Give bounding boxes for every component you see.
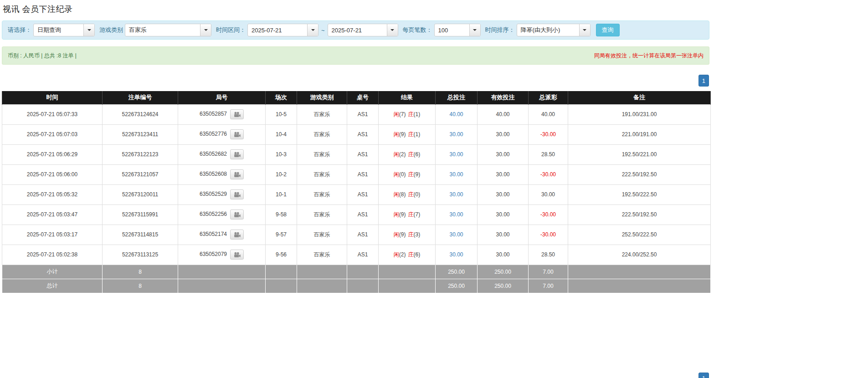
col-total-bet: 总投注	[436, 91, 478, 104]
col-session: 场次	[266, 91, 297, 104]
query-type-select[interactable]: 日期查询	[33, 24, 95, 36]
result-banker-label: 庄	[408, 131, 414, 138]
cell-round: 635052682	[178, 144, 266, 164]
video-replay-button[interactable]	[230, 209, 244, 220]
date-from-input[interactable]	[248, 24, 307, 36]
empty-cell	[178, 265, 266, 279]
cell-total-bet[interactable]: 30.00	[436, 184, 478, 204]
page-title: 视讯 会员下注纪录	[3, 4, 709, 15]
total-payout: 7.00	[529, 279, 568, 293]
cell-total-bet[interactable]: 30.00	[436, 245, 478, 265]
subtotal-valid-bet: 250.00	[478, 265, 529, 279]
cell-table: AS1	[347, 124, 379, 144]
video-replay-button[interactable]	[230, 129, 244, 139]
cell-round: 635052079	[178, 245, 266, 265]
table-row: 2025-07-21 05:05:32 522673120011 6350525…	[2, 184, 711, 204]
game-type-select[interactable]: 百家乐	[125, 24, 211, 36]
date-range-label: 时间区间：	[216, 26, 246, 34]
result-banker-score: (7)	[414, 211, 421, 218]
cell-round: 635052529	[178, 184, 266, 204]
result-player-score: (9)	[399, 211, 406, 218]
cell-total-bet[interactable]: 40.00	[436, 104, 478, 124]
date-to-field[interactable]	[328, 24, 398, 36]
result-banker-label: 庄	[408, 171, 414, 178]
video-replay-button[interactable]	[230, 250, 244, 260]
round-id: 635052529	[200, 191, 227, 197]
chevron-down-icon	[200, 24, 211, 36]
cell-game-type: 百家乐	[297, 245, 347, 265]
empty-cell	[297, 265, 347, 279]
date-to-input[interactable]	[328, 24, 387, 36]
cell-valid-bet: 30.00	[478, 184, 529, 204]
table-totals: 小计 8 250.00 250.00 7.00 总计 8 25	[2, 265, 711, 293]
search-button[interactable]: 查询	[596, 24, 620, 36]
page-size-input[interactable]	[435, 24, 469, 36]
cell-session: 9-57	[266, 225, 297, 245]
empty-cell	[266, 265, 297, 279]
table-row: 2025-07-21 05:06:29 522673122123 6350526…	[2, 144, 711, 164]
cell-table: AS1	[347, 144, 379, 164]
subtotal-count: 8	[103, 265, 178, 279]
col-time: 时间	[2, 91, 103, 104]
round-id: 635052776	[200, 131, 227, 137]
cell-valid-bet: 40.00	[478, 104, 529, 124]
cell-total-bet[interactable]: 30.00	[436, 164, 478, 184]
empty-cell	[266, 279, 297, 293]
cell-total-bet[interactable]: 30.00	[436, 144, 478, 164]
video-replay-button[interactable]	[230, 149, 244, 159]
cell-session: 10-1	[266, 184, 297, 204]
cell-time: 2025-07-21 05:03:17	[2, 225, 103, 245]
game-type-label: 游戏类别	[99, 26, 123, 34]
result-banker-score: (6)	[414, 151, 421, 158]
cell-session: 9-58	[266, 204, 297, 225]
page-button[interactable]: 1	[699, 75, 709, 87]
video-replay-button[interactable]	[230, 169, 244, 179]
cell-payout: -30.00	[529, 164, 568, 184]
cell-valid-bet: 30.00	[478, 204, 529, 225]
pagination-top: 1	[2, 75, 709, 87]
page-button[interactable]: 1	[699, 373, 709, 378]
query-type-label: 请选择：	[8, 26, 31, 34]
cell-note: 192.50/222.50	[568, 184, 711, 204]
summary-bar: 币别 : 人民币 | 总共 :8 注单 | 同局有效投注，统一计算在该局第一张注…	[2, 46, 709, 65]
cell-time: 2025-07-21 05:06:29	[2, 144, 103, 164]
table-row: 2025-07-21 05:07:33 522673124624 6350528…	[2, 104, 711, 124]
round-id: 635052256	[200, 211, 227, 217]
cell-game-type: 百家乐	[297, 204, 347, 225]
video-replay-button[interactable]	[230, 109, 244, 119]
chevron-down-icon	[387, 24, 398, 36]
empty-cell	[178, 279, 266, 293]
round-id: 635052174	[200, 231, 227, 237]
cell-round: 635052174	[178, 225, 266, 245]
cell-valid-bet: 30.00	[478, 245, 529, 265]
empty-cell	[379, 265, 436, 279]
page-size-field[interactable]	[434, 24, 481, 36]
video-replay-button[interactable]	[230, 189, 244, 199]
subtotal-row: 小计 8 250.00 250.00 7.00	[2, 265, 711, 279]
cell-result: 闲(2)庄(6)	[379, 245, 436, 265]
cell-time: 2025-07-21 05:05:32	[2, 184, 103, 204]
video-camera-icon	[234, 192, 241, 198]
result-banker-label: 庄	[408, 111, 414, 117]
cell-table: AS1	[347, 104, 379, 124]
total-total-bet: 250.00	[436, 279, 478, 293]
cell-note: 192.50/221.00	[568, 144, 711, 164]
cell-total-bet[interactable]: 30.00	[436, 204, 478, 225]
cell-bet-id: 522673123411	[103, 124, 178, 144]
cell-payout: 28.50	[529, 144, 568, 164]
total-row: 总计 8 250.00 250.00 7.00	[2, 279, 711, 293]
col-table: 桌号	[347, 91, 379, 104]
empty-cell	[347, 279, 379, 293]
result-player-score: (9)	[399, 131, 406, 138]
cell-total-bet[interactable]: 30.00	[436, 225, 478, 245]
result-banker-score: (1)	[414, 131, 421, 138]
cell-payout: 30.00	[529, 184, 568, 204]
video-replay-button[interactable]	[230, 230, 244, 240]
time-sort-select[interactable]: 降幂(由大到小)	[517, 24, 591, 36]
chevron-down-icon	[83, 24, 94, 36]
cell-total-bet[interactable]: 30.00	[436, 124, 478, 144]
table-header: 时间 注单编号 局号 场次 游戏类别 桌号 结果 总投注 有效投注 总派彩 备注	[2, 91, 711, 104]
cell-time: 2025-07-21 05:06:00	[2, 164, 103, 184]
date-from-field[interactable]	[247, 24, 318, 36]
cell-bet-id: 522673120011	[103, 184, 178, 204]
